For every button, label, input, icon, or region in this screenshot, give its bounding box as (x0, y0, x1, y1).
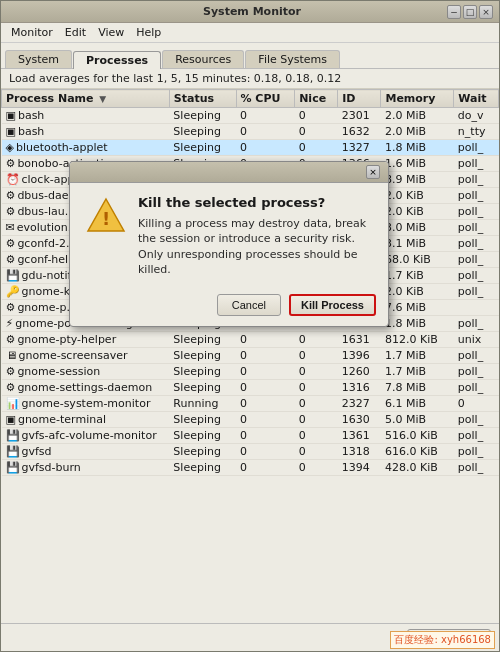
process-nice: 0 (295, 364, 338, 380)
process-name-text: gnome-system-monitor (22, 397, 151, 410)
col-header-memory[interactable]: Memory (381, 90, 454, 108)
tab-filesystems[interactable]: File Systems (245, 50, 340, 68)
titlebar: System Monitor − □ × (1, 1, 499, 23)
tab-resources[interactable]: Resources (162, 50, 244, 68)
col-header-status[interactable]: Status (169, 90, 236, 108)
process-memory: 516.0 KiB (381, 428, 454, 444)
process-id: 1318 (338, 444, 381, 460)
load-average-text: Load averages for the last 1, 5, 15 minu… (9, 72, 341, 85)
process-name-cell: 💾gvfsd-burn (2, 460, 170, 476)
maximize-button[interactable]: □ (463, 5, 477, 19)
process-icon: ✉ (6, 221, 15, 234)
process-wait: poll_ (454, 220, 499, 236)
process-icon: 📊 (6, 397, 20, 410)
table-row[interactable]: 💾gvfsdSleeping001318616.0 KiBpoll_ (2, 444, 499, 460)
process-wait: unix (454, 332, 499, 348)
dialog-close-button[interactable]: × (366, 165, 380, 179)
process-status: Sleeping (169, 364, 236, 380)
process-cpu: 0 (236, 428, 295, 444)
table-row[interactable]: ▣gnome-terminalSleeping0016305.0 MiBpoll… (2, 412, 499, 428)
process-name-text: bluetooth-applet (16, 141, 108, 154)
process-icon: ⚙ (6, 365, 16, 378)
process-icon: ⚡ (6, 317, 14, 330)
col-header-nice[interactable]: Nice (295, 90, 338, 108)
col-header-id[interactable]: ID (338, 90, 381, 108)
table-row[interactable]: ◈bluetooth-appletSleeping0013271.8 MiBpo… (2, 140, 499, 156)
tab-system[interactable]: System (5, 50, 72, 68)
process-wait: poll_ (454, 268, 499, 284)
process-wait: poll_ (454, 204, 499, 220)
process-status: Sleeping (169, 332, 236, 348)
process-icon: ⏰ (6, 173, 20, 186)
menu-view[interactable]: View (92, 25, 130, 40)
sort-arrow-name: ▼ (99, 94, 106, 104)
process-id: 1260 (338, 364, 381, 380)
process-status: Sleeping (169, 140, 236, 156)
dialog-message: Killing a process may destroy data, brea… (138, 216, 372, 278)
process-memory: 2.0 MiB (381, 124, 454, 140)
process-memory: 7.8 MiB (381, 380, 454, 396)
process-nice: 0 (295, 396, 338, 412)
table-row[interactable]: ▣bashSleeping0023012.0 MiBdo_v (2, 108, 499, 124)
process-wait: poll_ (454, 188, 499, 204)
process-cpu: 0 (236, 412, 295, 428)
process-memory: 1.7 KiB (381, 268, 454, 284)
titlebar-buttons: − □ × (447, 5, 493, 19)
process-id: 2301 (338, 108, 381, 124)
table-row[interactable]: ⚙gnome-pty-helperSleeping001631812.0 KiB… (2, 332, 499, 348)
menubar: Monitor Edit View Help (1, 23, 499, 43)
process-icon: ⚙ (6, 205, 16, 218)
process-icon: ⚙ (6, 301, 16, 314)
close-button[interactable]: × (479, 5, 493, 19)
dialog-titlebar: × (70, 162, 388, 183)
process-name-cell: ▣bash (2, 108, 170, 124)
table-row[interactable]: ▣bashSleeping0016322.0 MiBn_tty (2, 124, 499, 140)
process-memory: 2.0 MiB (381, 108, 454, 124)
process-wait (454, 300, 499, 316)
table-row[interactable]: ⚙gnome-settings-daemonSleeping0013167.8 … (2, 380, 499, 396)
process-name-text: gnome-screensaver (19, 349, 128, 362)
table-row[interactable]: 💾gvfs-afc-volume-monitorSleeping00136151… (2, 428, 499, 444)
tab-processes[interactable]: Processes (73, 51, 161, 69)
table-row[interactable]: 💾gvfsd-burnSleeping001394428.0 KiBpoll_ (2, 460, 499, 476)
process-name-cell: 🖥gnome-screensaver (2, 348, 170, 364)
dialog-cancel-button[interactable]: Cancel (217, 294, 281, 316)
process-memory: 7.6 MiB (381, 300, 454, 316)
table-row[interactable]: ⚙gnome-sessionSleeping0012601.7 MiBpoll_ (2, 364, 499, 380)
process-name-cell: ▣bash (2, 124, 170, 140)
table-row[interactable]: 📊gnome-system-monitorRunning0023276.1 Mi… (2, 396, 499, 412)
process-memory: 3.0 MiB (381, 220, 454, 236)
process-icon: 💾 (6, 461, 20, 474)
process-memory: 1.8 MiB (381, 140, 454, 156)
process-memory: 812.0 KiB (381, 332, 454, 348)
col-header-name[interactable]: Process Name ▼ (2, 90, 170, 108)
process-cpu: 0 (236, 140, 295, 156)
process-memory: 68.0 KiB (381, 252, 454, 268)
process-wait: poll_ (454, 140, 499, 156)
col-header-wait[interactable]: Wait (454, 90, 499, 108)
kill-process-dialog: × ! Kill the selected process? Killing a… (69, 161, 389, 327)
process-name-text: gvfsd (22, 445, 52, 458)
process-icon: ◈ (6, 141, 14, 154)
minimize-button[interactable]: − (447, 5, 461, 19)
menu-edit[interactable]: Edit (59, 25, 92, 40)
menu-help[interactable]: Help (130, 25, 167, 40)
process-memory: 1.7 MiB (381, 348, 454, 364)
process-name-text: bash (18, 125, 44, 138)
process-status: Running (169, 396, 236, 412)
menu-monitor[interactable]: Monitor (5, 25, 59, 40)
process-name-cell: ⚙gnome-session (2, 364, 170, 380)
watermark: 百度经验: xyh66168 (390, 631, 495, 649)
process-id: 1361 (338, 428, 381, 444)
process-cpu: 0 (236, 332, 295, 348)
process-memory: 6.1 MiB (381, 396, 454, 412)
load-average-bar: Load averages for the last 1, 5, 15 minu… (1, 69, 499, 89)
table-header-row: Process Name ▼ Status % CPU Nice ID Memo… (2, 90, 499, 108)
process-wait: poll_ (454, 412, 499, 428)
process-status: Sleeping (169, 412, 236, 428)
process-icon: 🔑 (6, 285, 20, 298)
col-header-cpu[interactable]: % CPU (236, 90, 295, 108)
table-row[interactable]: 🖥gnome-screensaverSleeping0013961.7 MiBp… (2, 348, 499, 364)
dialog-kill-button[interactable]: Kill Process (289, 294, 376, 316)
process-name-text: bash (18, 109, 44, 122)
